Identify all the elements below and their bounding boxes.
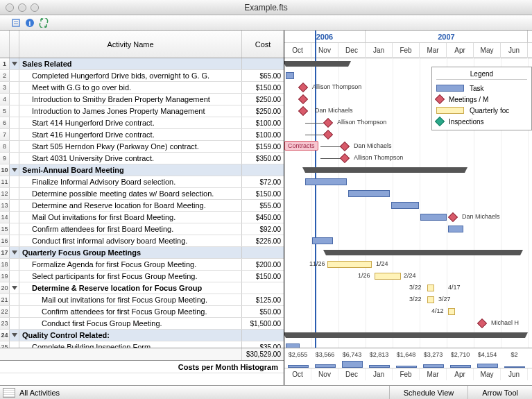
histogram-bar[interactable] (342, 361, 363, 368)
task-bar[interactable] (312, 237, 333, 244)
col-header-activity[interactable]: Activity Name (19, 31, 242, 58)
summary-bar[interactable] (286, 61, 348, 67)
table-row[interactable]: 13Determine and Reserve location for Boa… (0, 200, 284, 212)
task-bar[interactable] (420, 214, 447, 221)
col-header-cost[interactable]: Cost (242, 31, 284, 58)
table-row[interactable]: 14Mail Out invitations for first Board M… (0, 212, 284, 223)
table-row[interactable]: 3Meet with G.G to go over bid.$150.00 (0, 82, 284, 94)
month-cell[interactable]: Dec (338, 43, 366, 58)
table-row[interactable]: 10Semi-Annual Board Meeting (0, 164, 284, 176)
contracts-badge[interactable]: Contracts (284, 141, 318, 151)
histogram-bar[interactable] (450, 365, 471, 368)
summary-bar[interactable] (286, 332, 525, 338)
histogram-month: Jun (501, 368, 528, 380)
table-row[interactable]: 20Determine & Reserve location for Focus… (0, 282, 284, 294)
milestone-diamond[interactable] (340, 142, 350, 151)
summary-bar[interactable] (305, 167, 465, 173)
table-row[interactable]: 16Conduct first informal advisory board … (0, 235, 284, 247)
milestone-diamond[interactable] (323, 130, 333, 139)
milestone-diamond[interactable] (323, 118, 333, 128)
table-row[interactable]: 24Quality Control Related: (0, 330, 284, 341)
month-cell[interactable]: Apr (447, 43, 474, 58)
milestone-diamond[interactable] (298, 83, 308, 92)
activity-cost: $200.00 (242, 259, 284, 270)
table-row[interactable]: 23Conduct first Focus Group Meeting.$1,5… (0, 318, 284, 330)
toolbar-button-1[interactable] (10, 17, 22, 28)
histogram-bar[interactable] (423, 364, 444, 368)
status-view[interactable]: Schedule View (389, 386, 468, 399)
table-row[interactable]: 6Start 414 Hungerford Drive contract.$10… (0, 117, 284, 129)
milestone-diamond[interactable] (477, 319, 487, 328)
table-row[interactable]: 15Confirm attendees for first Board Meet… (0, 223, 284, 235)
table-row[interactable]: 2Completed Hungerford Drive bids, overni… (0, 70, 284, 82)
histogram-month: May (474, 368, 501, 380)
assignee-label: Dan Michaels (354, 142, 392, 149)
legend-quarterly-label: Quarterly foc (470, 107, 509, 114)
table-row[interactable]: 4Introduction to Smithy Braden Property … (0, 94, 284, 105)
table-row[interactable]: 12Determine possible meeting dates w/ Bo… (0, 188, 284, 200)
table-row[interactable]: 7Start 416 Hungerford Drive contract.$10… (0, 129, 284, 141)
status-tool[interactable]: Arrow Tool (467, 386, 532, 399)
milestone-diamond[interactable] (298, 106, 308, 116)
table-row[interactable]: 21Mail out invitations for first Focus G… (0, 294, 284, 306)
table-row[interactable]: 19Select participants for first Focus Gr… (0, 271, 284, 282)
month-cell[interactable]: Oct (284, 43, 311, 58)
expand-toggle[interactable] (10, 282, 19, 294)
histogram-bar[interactable] (369, 365, 390, 368)
activity-cost (242, 58, 284, 69)
toolbar-info-button[interactable]: i (24, 17, 36, 28)
focus-bar[interactable] (427, 296, 434, 303)
year-cell[interactable]: 2007 (366, 31, 528, 42)
month-cell[interactable]: Jan (366, 43, 393, 58)
task-bar[interactable] (305, 178, 347, 185)
histogram-months: OctNovDecJanFebMarAprMayJun (284, 368, 532, 380)
expand-toggle[interactable] (10, 164, 19, 176)
task-bar[interactable] (348, 190, 390, 197)
focus-bar[interactable] (327, 261, 372, 268)
focus-bar[interactable] (375, 273, 401, 280)
expand-toggle[interactable] (10, 247, 19, 258)
table-row[interactable]: 5Introduction to James Jones Property Ma… (0, 105, 284, 117)
histogram-bar[interactable] (315, 364, 336, 368)
status-filter[interactable]: All Activities (15, 389, 60, 397)
task-bar[interactable] (286, 72, 294, 79)
focus-bar[interactable] (427, 285, 434, 291)
col-header-rownum[interactable] (0, 31, 10, 58)
milestone-diamond[interactable] (340, 153, 350, 163)
table-row[interactable]: 18Formalize Agenda for first Focus Group… (0, 259, 284, 271)
histogram-bar[interactable] (477, 364, 498, 368)
table-row[interactable]: 25Complete Building Inspection Form.$35.… (0, 341, 284, 348)
milestone-diamond[interactable] (298, 94, 308, 104)
histogram-bar[interactable] (396, 366, 417, 368)
focus-bar[interactable] (448, 308, 455, 315)
task-bar[interactable] (448, 226, 463, 232)
view-switcher-icon[interactable] (3, 388, 15, 398)
table-row[interactable]: 8Start 505 Herndon Pkwy (Parkway One) co… (0, 141, 284, 153)
gantt-chart[interactable]: Legend Task Meetings / M Quarterly foc I… (284, 58, 532, 348)
histogram-value: $1,648 (393, 348, 420, 361)
year-cell[interactable]: 2006 (284, 31, 366, 42)
table-row[interactable]: 1Sales Related (0, 58, 284, 70)
activity-cost (242, 164, 284, 176)
milestone-diamond[interactable] (448, 212, 458, 222)
month-cell[interactable]: Feb (393, 43, 420, 58)
row-number: 13 (0, 200, 10, 211)
month-cell[interactable]: Mar (420, 43, 447, 58)
task-bar[interactable] (391, 202, 419, 209)
toolbar-sync-button[interactable] (37, 17, 50, 28)
summary-bar[interactable] (326, 250, 520, 255)
col-header-expand[interactable] (10, 31, 19, 58)
activity-name: Finalize Informal Advisory Board selecti… (19, 176, 242, 187)
table-row[interactable]: 22Confirm attendees for first Focus Grou… (0, 306, 284, 318)
month-cell[interactable]: Jun (501, 43, 528, 58)
histogram-bar[interactable] (504, 366, 525, 368)
table-row[interactable]: 17Quarterly Focus Group Meetings (0, 247, 284, 259)
table-row[interactable]: 9Start 4031 University Drive contract.$3… (0, 153, 284, 164)
timeline-header: 20062007 OctNovDecJanFebMarAprMayJun (284, 31, 532, 58)
column-headers: Activity Name Cost (0, 31, 284, 58)
expand-toggle[interactable] (10, 58, 19, 69)
table-row[interactable]: 11Finalize Informal Advisory Board selec… (0, 176, 284, 188)
expand-toggle[interactable] (10, 330, 19, 341)
month-cell[interactable]: May (474, 43, 501, 58)
histogram-bar[interactable] (288, 365, 309, 368)
